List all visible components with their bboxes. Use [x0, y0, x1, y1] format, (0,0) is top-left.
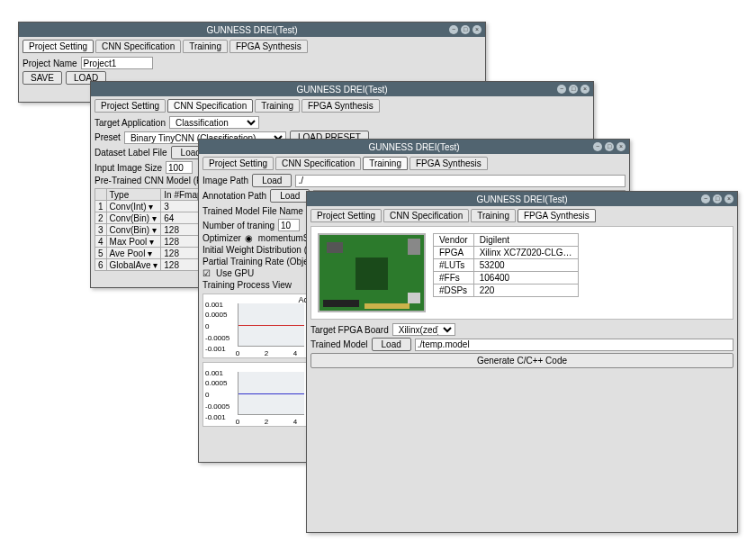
- minimize-icon[interactable]: −: [557, 85, 566, 94]
- training-chart-loss: 0.001 0.0005 0 -0.0005 -0.001 0 2 4: [202, 362, 310, 427]
- titlebar[interactable]: GUNNESS DREI(Test) − □ ×: [91, 82, 593, 96]
- fpga-label: FPGA: [434, 247, 474, 259]
- window-fpga-synthesis: GUNNESS DREI(Test) − □ × Project Setting…: [306, 191, 738, 533]
- optimizer-radio[interactable]: ◉: [245, 233, 255, 243]
- project-name-input[interactable]: [81, 57, 153, 69]
- window-title: GUNNESS DREI(Test): [199, 142, 629, 152]
- dsps-value: 220: [473, 285, 578, 297]
- save-button[interactable]: SAVE: [22, 71, 62, 85]
- titlebar[interactable]: GUNNESS DREI(Test) − □ ×: [307, 192, 737, 206]
- minimize-icon[interactable]: −: [449, 25, 458, 34]
- layers-type-header: Type: [106, 189, 161, 201]
- table-row: 5Ave Pool ▾128: [95, 248, 211, 259]
- table-row: 4Max Pool ▾128: [95, 236, 211, 248]
- tab-project-setting[interactable]: Project Setting: [310, 209, 382, 222]
- tab-fpga-synthesis[interactable]: FPGA Synthesis: [302, 99, 380, 113]
- table-row: 1Conv(Int) ▾3: [95, 201, 211, 212]
- training-chart-accuracy: Ac 0.001 0.0005 0 -0.0005 -0.001 0 2 4: [202, 294, 310, 358]
- luts-value: 53200: [473, 259, 578, 272]
- maximize-icon[interactable]: □: [461, 25, 470, 34]
- layers-table: Type In #Fmaps 1Conv(Int) ▾3 2Conv(Bin) …: [94, 188, 211, 271]
- tab-cnn-specification[interactable]: CNN Specification: [383, 209, 469, 222]
- ffs-value: 106400: [473, 272, 578, 285]
- dsps-label: #DSPs: [434, 285, 474, 297]
- tab-training[interactable]: Training: [471, 209, 516, 222]
- tab-fpga-synthesis[interactable]: FPGA Synthesis: [410, 157, 488, 170]
- annotation-path-label: Annotation Path: [202, 191, 266, 201]
- table-row: 6GlobalAve ▾128: [95, 259, 211, 271]
- target-application-label: Target Application: [94, 118, 166, 128]
- tab-cnn-specification[interactable]: CNN Specification: [95, 40, 181, 53]
- window-title: GUNNESS DREI(Test): [307, 194, 737, 204]
- tab-project-setting[interactable]: Project Setting: [202, 157, 274, 170]
- titlebar[interactable]: GUNNESS DREI(Test) − □ ×: [199, 140, 629, 154]
- target-fpga-board-select[interactable]: Xilinx(zed): [392, 323, 455, 336]
- maximize-icon[interactable]: □: [713, 194, 722, 203]
- close-icon[interactable]: ×: [616, 142, 626, 151]
- num-training-input[interactable]: [278, 219, 300, 231]
- titlebar[interactable]: GUNNESS DREI(Test) − □ ×: [19, 23, 485, 37]
- fpga-board-image: [318, 233, 426, 312]
- target-application-select[interactable]: Classification: [169, 116, 259, 129]
- annotation-path-load-button[interactable]: Load: [270, 189, 310, 203]
- minimize-icon[interactable]: −: [593, 142, 602, 151]
- close-icon[interactable]: ×: [724, 194, 734, 203]
- window-title: GUNNESS DREI(Test): [19, 25, 485, 35]
- tab-fpga-synthesis[interactable]: FPGA Synthesis: [230, 40, 308, 53]
- optimizer-label: Optimizer: [202, 233, 241, 243]
- tab-cnn-specification[interactable]: CNN Specification: [275, 157, 361, 170]
- image-path-load-button[interactable]: Load: [252, 174, 292, 187]
- trained-model-file-label: Trained Model File Name: [202, 206, 303, 216]
- num-training-label: Number of traning: [202, 221, 274, 230]
- init-weight-label: Initial Weight Distribution (Spa: [202, 245, 323, 255]
- trained-model-load-button[interactable]: Load: [372, 338, 411, 351]
- dataset-label-file-label: Dataset Label File: [94, 148, 167, 158]
- tab-project-setting[interactable]: Project Setting: [22, 40, 94, 53]
- tab-project-setting[interactable]: Project Setting: [94, 99, 166, 113]
- maximize-icon[interactable]: □: [605, 142, 614, 151]
- vendor-label: Vendor: [434, 234, 474, 247]
- close-icon[interactable]: ×: [580, 85, 590, 94]
- tab-fpga-synthesis[interactable]: FPGA Synthesis: [518, 209, 596, 222]
- target-fpga-board-label: Target FPGA Board: [310, 325, 389, 335]
- board-info-table: VendorDigilent FPGAXilinx XC7Z020-CLG… #…: [433, 233, 579, 297]
- preset-label: Preset: [94, 132, 121, 142]
- input-image-size-label: Input Image Size: [94, 163, 162, 173]
- use-gpu-label: Use GPU: [216, 268, 254, 278]
- trained-model-label: Trained Model: [310, 339, 368, 349]
- window-title: GUNNESS DREI(Test): [91, 85, 593, 95]
- use-gpu-checkbox[interactable]: ☑: [202, 268, 212, 278]
- generate-code-button[interactable]: Generate C/C++ Code: [310, 353, 734, 368]
- training-process-view-label: Training Process View: [202, 280, 292, 290]
- tab-training[interactable]: Training: [183, 40, 228, 53]
- table-row: 2Conv(Bin) ▾64: [95, 212, 211, 224]
- image-path-input[interactable]: [295, 175, 626, 187]
- luts-label: #LUTs: [434, 259, 474, 272]
- image-path-label: Image Path: [202, 176, 248, 185]
- fpga-value: Xilinx XC7Z020-CLG…: [473, 247, 578, 259]
- project-name-label: Project Name: [22, 59, 77, 68]
- tab-training[interactable]: Training: [363, 157, 408, 170]
- input-image-size-input[interactable]: [166, 161, 193, 174]
- minimize-icon[interactable]: −: [701, 194, 710, 203]
- vendor-value: Digilent: [473, 234, 578, 247]
- board-info-panel: VendorDigilent FPGAXilinx XC7Z020-CLG… #…: [310, 226, 734, 320]
- ffs-label: #FFs: [434, 272, 474, 285]
- table-row: 3Conv(Bin) ▾128: [95, 224, 211, 236]
- tab-cnn-specification[interactable]: CNN Specification: [167, 99, 253, 113]
- maximize-icon[interactable]: □: [569, 85, 578, 94]
- trained-model-path-input[interactable]: [415, 339, 734, 351]
- tab-training[interactable]: Training: [255, 99, 300, 113]
- close-icon[interactable]: ×: [472, 25, 482, 34]
